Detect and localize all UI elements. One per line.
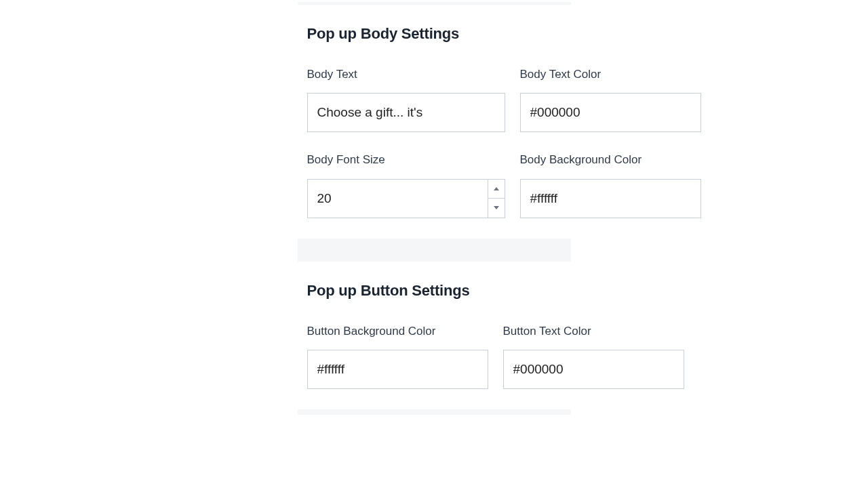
chevron-up-icon — [494, 187, 499, 190]
body-bg-color-input[interactable] — [520, 179, 701, 218]
body-settings-section: Pop up Body Settings Body Text Body Text… — [298, 5, 571, 239]
body-font-size-field: Body Font Size — [307, 151, 505, 218]
body-text-color-input[interactable] — [520, 93, 701, 132]
body-text-input[interactable] — [307, 93, 505, 132]
button-bg-color-field: Button Background Color — [307, 323, 488, 389]
body-text-label: Body Text — [307, 66, 505, 83]
body-font-size-label: Body Font Size — [307, 151, 505, 169]
section-divider-bottom — [298, 409, 571, 415]
body-settings-title: Pop up Body Settings — [307, 25, 561, 43]
section-divider-middle — [298, 239, 571, 262]
button-settings-section: Pop up Button Settings Button Background… — [298, 262, 571, 409]
font-size-increase-button[interactable] — [488, 179, 505, 199]
body-text-color-field: Body Text Color — [520, 66, 701, 132]
button-settings-title: Pop up Button Settings — [307, 282, 561, 300]
button-text-color-field: Button Text Color — [503, 323, 684, 389]
body-font-size-input[interactable] — [307, 179, 488, 218]
button-bg-color-input[interactable] — [307, 350, 488, 389]
body-text-color-label: Body Text Color — [520, 66, 701, 83]
button-text-color-label: Button Text Color — [503, 323, 684, 340]
body-text-field: Body Text — [307, 66, 505, 132]
body-bg-color-label: Body Background Color — [520, 151, 701, 169]
font-size-stepper — [488, 179, 505, 218]
font-size-decrease-button[interactable] — [488, 198, 505, 218]
button-text-color-input[interactable] — [503, 350, 684, 389]
chevron-down-icon — [494, 206, 499, 209]
button-bg-color-label: Button Background Color — [307, 323, 488, 340]
body-bg-color-field: Body Background Color — [520, 151, 701, 218]
